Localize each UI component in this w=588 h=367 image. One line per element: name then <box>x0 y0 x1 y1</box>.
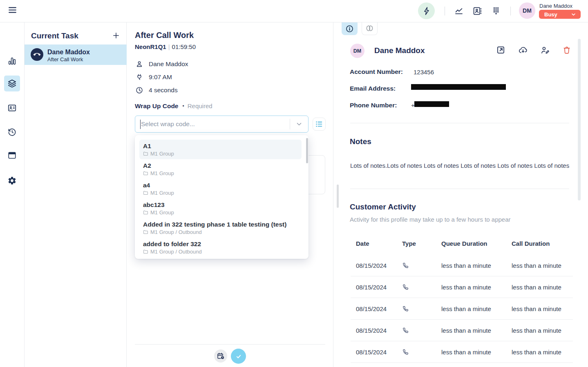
call-type-icon-cell <box>402 349 441 355</box>
dialpad-button[interactable] <box>491 6 501 16</box>
account-number-value: 123456 <box>414 69 434 76</box>
notes-text: Lots of notes.Lots of notes Lots of note… <box>350 162 569 170</box>
check-icon <box>235 352 243 360</box>
info-icon <box>345 24 354 33</box>
calendar-clock-icon <box>217 352 225 360</box>
rail-item-history[interactable] <box>4 124 20 140</box>
folder-icon <box>143 229 148 235</box>
option-title: A1 <box>143 142 302 150</box>
wrap-code-option[interactable]: added to folder 322 M1 Group / Outbound <box>139 238 302 257</box>
user-avatar[interactable]: DM <box>519 2 535 19</box>
activity-table-body: 08/15/2024 less than a minute less than … <box>351 255 573 363</box>
window-icon <box>7 151 17 160</box>
activity-table: Date Type Queue Duration Call Duration 0… <box>351 232 573 363</box>
rail-item-contacts[interactable] <box>4 100 20 116</box>
contacts-button[interactable] <box>472 6 482 16</box>
notes-title: Notes <box>350 137 371 146</box>
wrap-code-option[interactable]: abc123 M1 Group <box>139 198 302 218</box>
wrap-code-dropdown: A1 M1 Group A2 M1 Group a4 M1 Group abc1… <box>135 135 309 259</box>
activity-date: 08/15/2024 <box>356 349 402 356</box>
activity-date: 08/15/2024 <box>356 284 402 291</box>
contact-actions <box>496 45 572 55</box>
lightning-icon <box>422 6 431 16</box>
panel-scrollbar[interactable] <box>337 185 339 208</box>
activity-queue-duration: less than a minute <box>441 284 512 291</box>
phone-label: Phone Number: <box>350 102 397 109</box>
menu-button[interactable] <box>7 5 18 15</box>
edit-contact-button[interactable] <box>540 45 550 55</box>
separator: | <box>166 43 172 50</box>
analytics-button[interactable] <box>454 6 464 16</box>
email-row: Email Address: <box>350 85 579 102</box>
activity-row: 08/15/2024 less than a minute less than … <box>351 341 573 363</box>
text-caret <box>140 120 141 129</box>
call-duration: 4 seconds <box>149 87 178 94</box>
column-type: Type <box>402 240 441 247</box>
column-queue-duration: Queue Duration <box>441 240 512 247</box>
rail-item-settings[interactable] <box>4 173 20 189</box>
call-type-icon-cell <box>402 327 441 334</box>
option-path-row: M1 Group <box>143 170 302 176</box>
wrap-up-code-label-row: Wrap Up Code•Required <box>135 102 212 110</box>
gear-icon <box>7 176 17 185</box>
tab-insights[interactable] <box>362 22 378 35</box>
wrap-code-list-button[interactable] <box>313 118 326 131</box>
profile-scrollbar[interactable] <box>578 39 581 200</box>
activity-call-duration: less than a minute <box>512 305 573 312</box>
timer: 01:59:50 <box>172 43 196 50</box>
footer-divider <box>135 344 325 345</box>
contact-avatar-initials: DM <box>353 48 361 54</box>
activity-table-header: Date Type Queue Duration Call Duration <box>351 232 573 255</box>
status-dropdown-button[interactable]: Busy <box>539 10 581 19</box>
contact-profile-panel: DM Dane Maddox Account Number: 123456 <box>333 22 588 367</box>
trash-icon <box>562 46 571 55</box>
activity-date: 08/15/2024 <box>356 305 402 312</box>
rail-item-tasks[interactable] <box>4 76 20 91</box>
email-label: Email Address: <box>350 85 396 92</box>
account-number-label: Account Number: <box>350 68 403 76</box>
complete-task-button[interactable] <box>231 349 246 364</box>
wrap-code-option[interactable]: A1 M1 Group <box>139 140 302 159</box>
wrap-code-option[interactable]: a4 M1 Group <box>139 179 302 198</box>
person-edit-icon <box>540 45 550 55</box>
open-profile-button[interactable] <box>496 45 505 55</box>
folder-icon <box>143 190 148 196</box>
option-title: abc123 <box>143 201 302 209</box>
chevron-down-icon[interactable] <box>295 120 303 128</box>
task-avatar <box>31 48 43 61</box>
power-dialer-button[interactable] <box>418 2 435 19</box>
queue-name: NeonR1Q1 <box>135 43 166 50</box>
contact-fields: Account Number: 123456 Email Address: Ph… <box>350 68 579 118</box>
schedule-callback-button[interactable] <box>214 349 227 363</box>
folder-icon <box>143 249 148 254</box>
column-date: Date <box>356 240 402 247</box>
download-profile-button[interactable] <box>518 45 528 55</box>
phone-redaction-bar <box>414 101 449 107</box>
wrap-code-option[interactable]: A2 M1 Group <box>139 159 302 179</box>
wrap-code-option[interactable]: Added in 322 testing phase 1 table testi… <box>139 218 302 238</box>
cloud-download-icon <box>518 45 528 55</box>
add-task-button[interactable] <box>112 31 120 40</box>
wrap-code-listbox: A1 M1 Group A2 M1 Group a4 M1 Group abc1… <box>135 140 309 257</box>
top-bar: DM Dane Maddox Busy <box>0 0 588 22</box>
phone-icon <box>402 305 409 312</box>
option-path-row: M1 Group <box>143 151 302 157</box>
line-chart-icon <box>454 6 464 16</box>
wrap-up-code-label: Wrap Up Code <box>135 102 179 109</box>
wrap-code-select[interactable]: Select wrap code... <box>135 116 309 133</box>
customer-activity-title: Customer Activity <box>350 202 416 211</box>
rail-item-stats[interactable] <box>4 53 20 69</box>
duration-row: 4 seconds <box>135 86 188 94</box>
option-path: M1 Group <box>150 151 174 157</box>
dropdown-scrollbar[interactable] <box>306 138 308 163</box>
contact-book-icon <box>472 6 482 16</box>
delete-contact-button[interactable] <box>562 45 572 55</box>
brain-icon <box>365 24 374 33</box>
activity-row: 08/15/2024 less than a minute less than … <box>351 276 573 298</box>
task-list-item[interactable]: Dane Maddox After Call Work <box>25 44 127 65</box>
tab-profile-info[interactable] <box>342 22 358 35</box>
rail-item-browser[interactable] <box>4 147 20 163</box>
topbar-divider <box>510 7 511 16</box>
call-type-icon-cell <box>402 262 441 269</box>
call-meta: Dane Maddox 9:07 AM 4 seconds <box>135 60 188 94</box>
